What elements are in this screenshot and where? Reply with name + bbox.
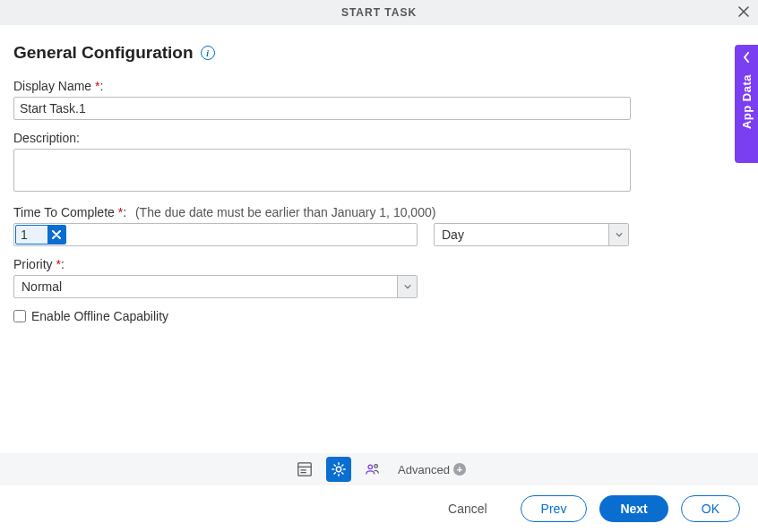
dialog-footer: Cancel Prev Next OK xyxy=(0,485,758,532)
app-data-side-tab[interactable]: App Data xyxy=(735,45,758,163)
description-label: Description: xyxy=(13,131,740,145)
dialog-body: General Configuration i Display Name *: … xyxy=(0,25,758,453)
time-value-input[interactable] xyxy=(13,223,418,246)
field-display-name: Display Name *: xyxy=(13,79,740,120)
gear-icon[interactable] xyxy=(326,457,351,482)
bottom-toolstrip: Advanced + xyxy=(0,453,758,485)
display-name-label-text: Display Name xyxy=(13,79,91,93)
priority-label-text: Priority xyxy=(13,257,53,271)
enable-offline-checkbox[interactable] xyxy=(13,310,26,322)
display-name-label: Display Name *: xyxy=(13,79,740,93)
required-marker: * xyxy=(95,79,99,93)
required-marker: * xyxy=(56,257,60,271)
time-input-wrap: 1 xyxy=(13,223,418,246)
people-icon[interactable] xyxy=(360,457,385,482)
plus-icon: + xyxy=(453,463,466,476)
prev-button[interactable]: Prev xyxy=(521,495,588,522)
cancel-button[interactable]: Cancel xyxy=(427,495,508,522)
time-value-token: 1 xyxy=(15,225,66,245)
priority-label: Priority *: xyxy=(13,257,740,271)
field-priority: Priority *: Normal xyxy=(13,257,740,298)
svg-point-5 xyxy=(368,465,373,469)
field-enable-offline: Enable Offline Capability xyxy=(13,309,740,323)
time-to-complete-label: Time To Complete *: (The due date must b… xyxy=(13,205,740,219)
svg-rect-0 xyxy=(298,463,311,476)
priority-value: Normal xyxy=(22,279,62,294)
time-row: 1 Day xyxy=(13,223,740,246)
titlebar: START TASK xyxy=(0,0,758,25)
time-unit-select[interactable]: Day xyxy=(434,223,629,246)
required-marker: * xyxy=(118,205,123,219)
dialog-title: START TASK xyxy=(341,6,417,19)
svg-point-6 xyxy=(375,465,378,468)
advanced-toggle[interactable]: Advanced + xyxy=(398,463,466,476)
chevron-left-icon xyxy=(743,52,750,65)
time-unit-value: Day xyxy=(442,227,464,242)
section-header: General Configuration i xyxy=(13,43,740,63)
chevron-down-icon xyxy=(608,224,628,245)
section-title: General Configuration xyxy=(13,43,194,63)
ok-button[interactable]: OK xyxy=(681,495,740,522)
display-name-input[interactable] xyxy=(13,97,631,120)
close-icon[interactable] xyxy=(738,5,749,20)
chevron-down-icon xyxy=(397,276,417,297)
dialog-window: START TASK General Configuration i Displ… xyxy=(0,0,758,532)
svg-point-4 xyxy=(336,467,340,471)
field-description: Description: xyxy=(13,131,740,194)
field-time-to-complete: Time To Complete *: (The due date must b… xyxy=(13,205,740,246)
advanced-label: Advanced xyxy=(398,463,450,476)
time-hint: (The due date must be earlier than Janua… xyxy=(135,205,435,219)
description-input[interactable] xyxy=(13,149,631,192)
priority-select[interactable]: Normal xyxy=(13,275,418,298)
time-to-complete-label-text: Time To Complete xyxy=(13,205,115,219)
next-button[interactable]: Next xyxy=(599,495,668,522)
info-icon[interactable]: i xyxy=(201,46,215,60)
clear-time-icon[interactable] xyxy=(47,226,65,244)
app-data-label: App Data xyxy=(740,74,754,129)
enable-offline-label: Enable Offline Capability xyxy=(31,309,168,323)
time-value-text: 1 xyxy=(16,227,47,242)
form-view-icon[interactable] xyxy=(292,457,317,482)
